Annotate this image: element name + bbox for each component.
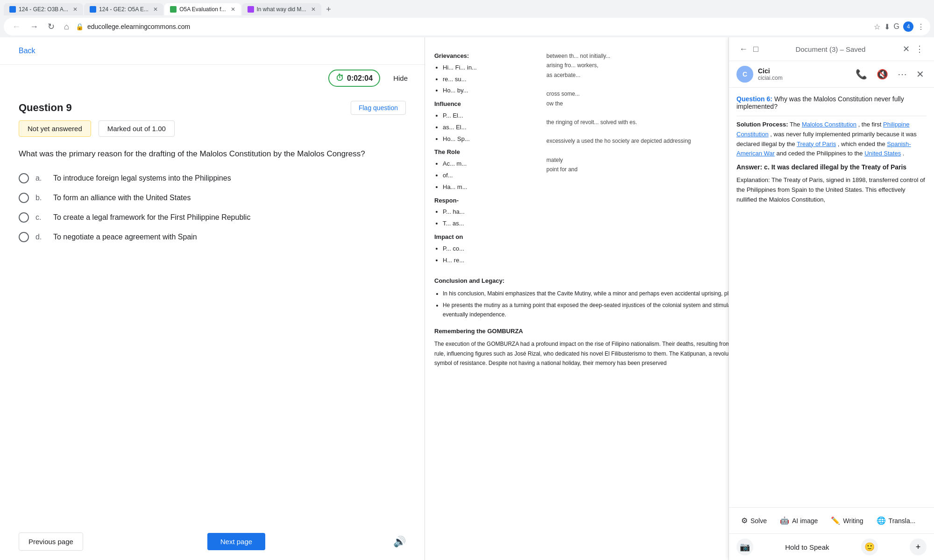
option-c-radio[interactable] — [19, 212, 29, 223]
flag-question-button[interactable]: Flag question — [351, 101, 406, 115]
option-d-text: To negotiate a peace agreement with Spai… — [53, 233, 197, 241]
bottom-nav: Previous page Next page 🔊 — [0, 525, 425, 560]
emoji-button[interactable]: 🙂 — [861, 539, 878, 555]
tab-1[interactable]: 124 - GE2: O3B A... ✕ — [4, 3, 83, 15]
menu-icon[interactable]: ⋮ — [917, 22, 925, 31]
translate-button[interactable]: 🌐 Transla... — [870, 512, 922, 529]
option-b-row: b. To form an alliance with the United S… — [19, 193, 406, 203]
user-name: Cici — [758, 67, 849, 75]
back-button[interactable]: ← — [9, 21, 23, 33]
ai-back-button[interactable]: ← — [736, 43, 750, 55]
grievances-heading: Grievances: — [434, 51, 537, 61]
impact-heading: Impact on — [434, 232, 537, 242]
translate-label: Transla... — [889, 517, 916, 525]
user-close-button[interactable]: ✕ — [914, 68, 927, 81]
not-answered-badge: Not yet answered — [19, 120, 91, 137]
ai-close-button[interactable]: ✕ — [900, 43, 913, 55]
back-bar: Back — [0, 37, 425, 65]
solution-label: Solution Process: — [736, 121, 788, 128]
audio-icon[interactable]: 🔊 — [393, 536, 406, 548]
tab-4-label: In what way did M... — [257, 6, 306, 13]
solve-icon: ⚙ — [741, 516, 748, 525]
ai-minimize-button[interactable]: □ — [750, 43, 761, 55]
solution-section: Solution Process: The Malolos Constituti… — [736, 120, 927, 159]
hide-button[interactable]: Hide — [386, 71, 415, 85]
plus-icon: + — [916, 542, 921, 552]
solution-text-6: . — [903, 150, 905, 157]
mute-button[interactable]: 🔇 — [874, 68, 891, 81]
tab-1-label: 124 - GE2: O3B A... — [19, 6, 68, 13]
profile-icon[interactable]: 4 — [903, 21, 913, 32]
tab-4-close[interactable]: ✕ — [311, 6, 316, 13]
impact-list: P... co... H... re... — [443, 244, 537, 266]
option-b-radio[interactable] — [19, 193, 29, 203]
new-tab-button[interactable]: + — [322, 3, 335, 16]
camera-button[interactable]: 📷 — [736, 539, 753, 555]
option-d-letter: d. — [35, 233, 47, 241]
tab-3[interactable]: O5A Evaluation f... ✕ — [164, 3, 241, 15]
option-c-text: To create a legal framework for the Firs… — [53, 213, 250, 222]
right-panel: Grievances: Hi... Fi... in... re... su..… — [425, 37, 934, 560]
explanation-label: Explanation: — [736, 176, 770, 183]
back-button[interactable]: Back — [9, 44, 45, 58]
forward-button[interactable]: → — [27, 21, 41, 33]
option-d-row: d. To negotiate a peace agreement with S… — [19, 232, 406, 242]
call-button[interactable]: 📞 — [853, 68, 870, 81]
next-page-button[interactable]: Next page — [207, 533, 265, 550]
option-c-row: c. To create a legal framework for the F… — [19, 212, 406, 223]
tab-2-label: 124 - GE2: O5A E... — [99, 6, 149, 13]
writing-button[interactable]: ✏️ Writing — [824, 512, 870, 529]
option-c-letter: c. — [35, 213, 47, 222]
reload-button[interactable]: ↻ — [45, 21, 57, 33]
previous-page-button[interactable]: Previous page — [19, 532, 83, 551]
tabs-bar: 124 - GE2: O3B A... ✕ 124 - GE2: O5A E..… — [4, 3, 930, 16]
grievances-list: Hi... Fi... in... re... su... Ho... by..… — [443, 63, 537, 96]
ai-image-button[interactable]: 🤖 AI image — [773, 512, 824, 529]
solution-text: The — [790, 121, 802, 128]
hold-to-speak-label[interactable]: Hold to Speak — [785, 543, 829, 551]
address-input[interactable] — [87, 23, 870, 30]
security-icon: 🔒 — [76, 23, 84, 30]
quiz-panel: Back ⏱ 0:02:04 Hide Question 9 Flag ques… — [0, 37, 425, 560]
tab-4[interactable]: In what way did M... ✕ — [242, 3, 321, 15]
option-a-radio[interactable] — [19, 173, 29, 183]
ai-user-bar: C Cici ciciai.com 📞 🔇 ⋯ ✕ — [729, 61, 934, 88]
translate-icon[interactable]: G — [894, 22, 899, 31]
option-a-row: a. To introduce foreign legal systems in… — [19, 173, 406, 183]
chat-question: Question 6: Why was the Malolos Constitu… — [736, 95, 927, 110]
tab-favicon-4 — [248, 6, 254, 13]
tab-favicon-3 — [170, 6, 177, 13]
malolos-constitution-link[interactable]: Malolos Constitution — [802, 121, 856, 128]
option-a-text: To introduce foreign legal systems into … — [53, 174, 231, 182]
option-b-letter: b. — [35, 194, 47, 202]
home-button[interactable]: ⌂ — [61, 21, 72, 33]
united-states-link[interactable]: United States — [864, 150, 901, 157]
address-bar: ← → ↻ ⌂ 🔒 ☆ ⬇ G 4 ⋮ — [4, 18, 930, 35]
ai-more-button[interactable]: ⋮ — [913, 43, 927, 55]
tab-1-close[interactable]: ✕ — [73, 6, 78, 13]
marked-badge: Marked out of 1.00 — [99, 120, 175, 137]
ai-image-icon: 🤖 — [780, 516, 789, 525]
solve-label: Solve — [750, 517, 767, 525]
option-b-text: To form an alliance with the United Stat… — [53, 194, 191, 202]
tab-2[interactable]: 124 - GE2: O5A E... ✕ — [84, 3, 163, 15]
bookmark-icon[interactable]: ☆ — [874, 22, 880, 31]
tab-3-close[interactable]: ✕ — [231, 6, 235, 13]
question-text: What was the primary reason for the draf… — [19, 148, 406, 160]
translate-icon: 🌐 — [877, 516, 886, 525]
download-icon[interactable]: ⬇ — [884, 22, 890, 31]
ai-overlay: ← □ Document (3) – Saved ✕ ⋮ C Cici cici… — [729, 37, 934, 560]
question-title: Question 9 — [19, 102, 72, 114]
ai-image-label: AI image — [792, 517, 818, 525]
option-d-radio[interactable] — [19, 232, 29, 242]
writing-icon: ✏️ — [831, 516, 840, 525]
question-header: Question 9 Flag question — [19, 101, 406, 115]
tab-2-close[interactable]: ✕ — [153, 6, 158, 13]
clock-icon: ⏱ — [336, 73, 344, 83]
user-more-button[interactable]: ⋯ — [895, 68, 909, 81]
treaty-of-paris-link[interactable]: Treaty of Paris — [797, 140, 836, 147]
add-button[interactable]: + — [910, 539, 927, 555]
the-role-heading: The Role — [434, 147, 537, 157]
answer-section: Answer: c. It was declared illegal by th… — [736, 163, 927, 171]
solve-button[interactable]: ⚙ Solve — [735, 512, 773, 529]
